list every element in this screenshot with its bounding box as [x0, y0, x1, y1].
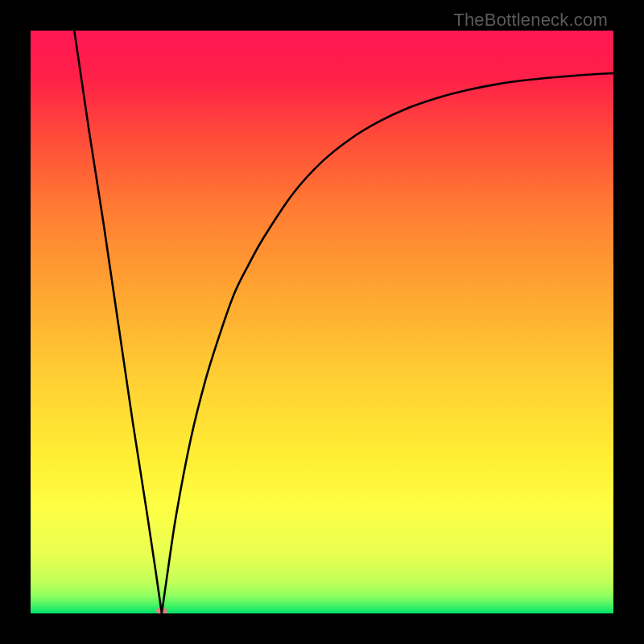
chart-container: TheBottleneck.com [0, 0, 644, 644]
watermark-text: TheBottleneck.com [453, 10, 608, 31]
bottleneck-chart [31, 31, 613, 613]
